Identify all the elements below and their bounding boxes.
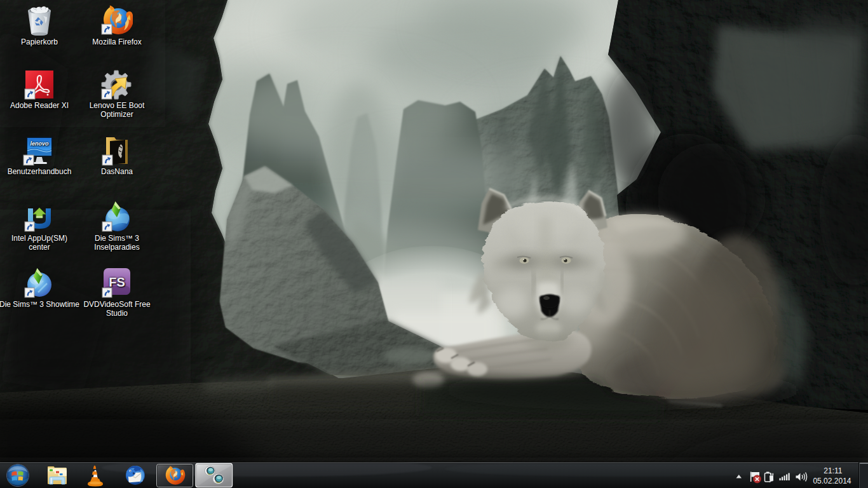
svg-text:FS: FS bbox=[109, 275, 125, 289]
svg-text:21:11: 21:11 bbox=[824, 466, 842, 475]
svg-text:lenovo: lenovo bbox=[30, 140, 49, 147]
svg-text:05.02.2014: 05.02.2014 bbox=[813, 477, 851, 485]
